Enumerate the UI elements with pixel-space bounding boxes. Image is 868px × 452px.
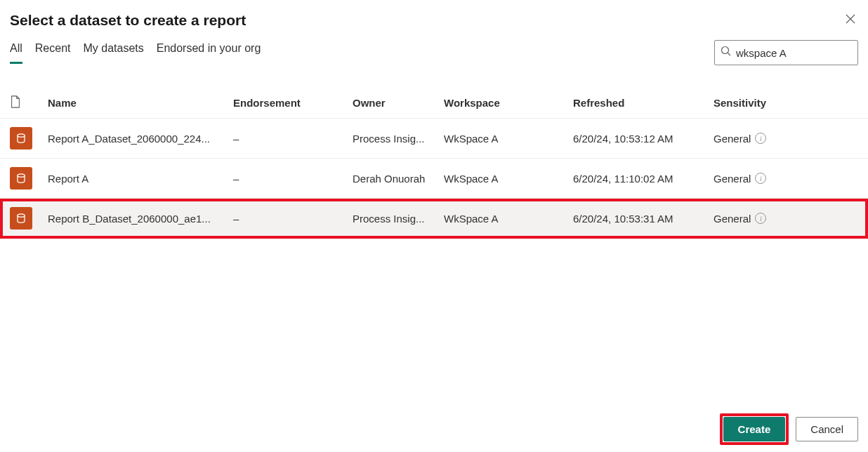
col-header-refreshed[interactable]: Refreshed xyxy=(573,97,714,109)
cell-refreshed: 6/20/24, 11:10:02 AM xyxy=(573,173,714,185)
dataset-table: Name Endorsement Owner Workspace Refresh… xyxy=(0,88,868,239)
tab-all[interactable]: All xyxy=(10,42,22,64)
col-header-name[interactable]: Name xyxy=(48,97,233,109)
cell-endorsement: – xyxy=(233,173,353,185)
close-icon xyxy=(846,14,855,24)
footer: Create Cancel xyxy=(720,413,858,445)
col-header-workspace[interactable]: Workspace xyxy=(444,97,573,109)
table-row[interactable]: Report A_Dataset_2060000_224... – Proces… xyxy=(0,119,868,159)
svg-point-0 xyxy=(722,47,729,54)
search-box[interactable] xyxy=(714,40,858,65)
cell-name: Report B_Dataset_2060000_ae1... xyxy=(48,213,233,225)
tab-endorsed[interactable]: Endorsed in your org xyxy=(157,42,261,64)
cell-owner: Process Insig... xyxy=(353,133,444,145)
col-header-sensitivity[interactable]: Sensitivity xyxy=(714,97,858,109)
cell-endorsement: – xyxy=(233,213,353,225)
create-button[interactable]: Create xyxy=(723,417,786,441)
info-icon[interactable]: i xyxy=(755,173,766,184)
cell-name: Report A xyxy=(48,173,233,185)
table-row[interactable]: Report B_Dataset_2060000_ae1... – Proces… xyxy=(0,199,868,239)
info-icon[interactable]: i xyxy=(755,213,766,224)
dialog-title: Select a dataset to create a report xyxy=(10,12,246,29)
cell-owner: Derah Onuorah xyxy=(353,173,444,185)
cell-owner: Process Insig... xyxy=(353,213,444,225)
tab-my-datasets[interactable]: My datasets xyxy=(83,42,143,64)
col-header-endorsement[interactable]: Endorsement xyxy=(233,97,353,109)
cell-sensitivity: General i xyxy=(714,133,858,145)
svg-point-3 xyxy=(18,174,25,177)
dataset-icon xyxy=(10,127,32,149)
svg-point-4 xyxy=(18,214,25,217)
cell-sensitivity: General i xyxy=(714,173,858,185)
search-icon xyxy=(721,46,732,60)
tabs: All Recent My datasets Endorsed in your … xyxy=(10,42,261,64)
cell-refreshed: 6/20/24, 10:53:31 AM xyxy=(573,213,714,225)
dataset-icon xyxy=(10,167,32,190)
cell-workspace: WkSpace A xyxy=(444,213,573,225)
svg-line-1 xyxy=(728,53,731,56)
sensitivity-label: General xyxy=(714,173,751,185)
cell-sensitivity: General i xyxy=(714,213,858,225)
cancel-button[interactable]: Cancel xyxy=(796,417,858,441)
dataset-icon xyxy=(10,207,32,230)
create-button-highlight: Create xyxy=(720,413,789,445)
cell-name: Report A_Dataset_2060000_224... xyxy=(48,133,233,145)
document-icon xyxy=(10,95,21,110)
search-input[interactable] xyxy=(736,47,852,59)
info-icon[interactable]: i xyxy=(755,133,766,144)
cell-refreshed: 6/20/24, 10:53:12 AM xyxy=(573,133,714,145)
cell-workspace: WkSpace A xyxy=(444,173,573,185)
close-button[interactable] xyxy=(843,10,858,30)
table-row[interactable]: Report A – Derah Onuorah WkSpace A 6/20/… xyxy=(0,159,868,199)
tab-recent[interactable]: Recent xyxy=(35,42,71,64)
svg-point-2 xyxy=(18,134,25,137)
cell-endorsement: – xyxy=(233,133,353,145)
col-header-owner[interactable]: Owner xyxy=(353,97,444,109)
cell-workspace: WkSpace A xyxy=(444,133,573,145)
sensitivity-label: General xyxy=(714,133,751,145)
sensitivity-label: General xyxy=(714,213,751,225)
table-header: Name Endorsement Owner Workspace Refresh… xyxy=(0,88,868,119)
